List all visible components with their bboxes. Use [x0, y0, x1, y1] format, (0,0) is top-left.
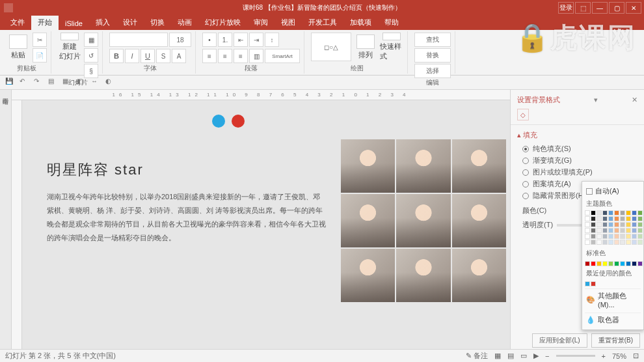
zoom-in-icon[interactable]: + [602, 352, 606, 360]
columns-button[interactable]: ▥ [249, 49, 263, 63]
minimize-button[interactable]: — [592, 2, 608, 14]
color-swatch[interactable] [585, 281, 590, 286]
color-swatch[interactable] [626, 222, 631, 227]
eyedropper[interactable]: 💧 取色器 [585, 313, 641, 327]
color-swatch[interactable] [602, 240, 608, 245]
cut-button[interactable]: ✂ [33, 33, 47, 47]
color-swatch[interactable] [585, 261, 590, 266]
strike-button[interactable]: S [156, 49, 170, 63]
layout-button[interactable]: ▦ [84, 33, 98, 47]
view-normal-icon[interactable]: ▦ [494, 352, 501, 360]
slide-paragraph[interactable]: 湖南卫视今年跨年比较特别，以举办2018国剧盛典来迎接新的一年，邀请了王俊凯、邓… [47, 190, 327, 245]
shapes-gallery[interactable]: ◻○△ [311, 33, 351, 61]
color-swatch[interactable] [626, 228, 631, 233]
color-swatch[interactable] [626, 240, 631, 245]
color-swatch[interactable] [620, 240, 625, 245]
color-swatch[interactable] [608, 222, 613, 227]
color-swatch[interactable] [591, 261, 596, 266]
photo-cell[interactable] [396, 249, 450, 302]
color-swatch[interactable] [597, 228, 602, 233]
align-right-button[interactable]: ≡ [234, 49, 248, 63]
color-swatch[interactable] [614, 261, 619, 266]
bold-button[interactable]: B [109, 49, 124, 63]
color-swatch[interactable] [620, 210, 625, 216]
fill-option[interactable]: 图片或纹理填充(P) [522, 167, 637, 177]
notes-button[interactable]: ✎ 备注 [466, 351, 488, 361]
color-swatch[interactable] [608, 261, 613, 266]
tab-审阅[interactable]: 审阅 [247, 15, 275, 30]
color-swatch[interactable] [585, 234, 590, 239]
color-swatch[interactable] [597, 261, 602, 266]
view-slideshow-icon[interactable]: ▶ [533, 352, 539, 360]
color-swatch[interactable] [597, 240, 602, 245]
quick-style-button[interactable]: 快速样式 [380, 33, 403, 61]
color-swatch[interactable] [597, 216, 602, 221]
color-swatch[interactable] [620, 222, 625, 227]
arrange-button[interactable]: 排列 [354, 33, 377, 61]
color-swatch[interactable] [632, 228, 637, 233]
tab-幻灯片放映[interactable]: 幻灯片放映 [198, 15, 247, 30]
color-swatch[interactable] [602, 216, 608, 221]
photo-cell[interactable] [341, 249, 395, 302]
color-swatch[interactable] [602, 210, 608, 216]
color-swatch[interactable] [591, 222, 596, 227]
color-swatch[interactable] [620, 228, 625, 233]
section-button[interactable]: § [84, 64, 98, 78]
fill-option[interactable]: 纯色填充(S) [522, 144, 637, 154]
color-swatch[interactable] [614, 210, 619, 216]
color-swatch[interactable] [597, 222, 602, 227]
color-swatch[interactable] [597, 210, 602, 216]
color-swatch[interactable] [585, 216, 590, 221]
color-swatch[interactable] [591, 240, 596, 245]
find-button[interactable]: 查找 [414, 33, 451, 47]
indent-inc-button[interactable]: ⇥ [249, 33, 263, 47]
color-swatch[interactable] [614, 240, 619, 245]
photo-grid[interactable] [341, 139, 506, 302]
color-swatch[interactable] [637, 228, 643, 233]
qat-icon[interactable]: ↔ [91, 77, 101, 88]
panel-close-icon[interactable]: ✕ [632, 96, 637, 104]
color-swatch[interactable] [591, 281, 596, 286]
photo-cell[interactable] [452, 194, 506, 247]
color-swatch[interactable] [626, 210, 631, 216]
align-left-button[interactable]: ≡ [202, 49, 217, 63]
color-swatch[interactable] [608, 228, 613, 233]
color-swatch[interactable] [597, 234, 602, 239]
color-swatch[interactable] [591, 234, 596, 239]
zoom-out-icon[interactable]: − [545, 352, 549, 360]
tab-视图[interactable]: 视图 [275, 15, 302, 30]
fit-window-icon[interactable]: ⊡ [633, 352, 639, 360]
save-icon[interactable]: 💾 [5, 77, 16, 88]
linespacing-button[interactable]: ↕ [265, 33, 279, 47]
color-swatch[interactable] [614, 216, 619, 221]
more-colors[interactable]: 🎨 其他颜色(M)... [585, 288, 641, 311]
fill-option[interactable]: 渐变填充(G) [522, 156, 637, 165]
close-button[interactable]: ✕ [626, 2, 641, 14]
indent-dec-button[interactable]: ⇤ [234, 33, 248, 47]
color-swatch[interactable] [585, 222, 590, 227]
panel-dropdown-icon[interactable]: ▾ [594, 96, 598, 104]
color-swatch[interactable] [591, 210, 596, 216]
underline-button[interactable]: U [141, 49, 155, 63]
tab-文件[interactable]: 文件 [4, 15, 31, 30]
color-swatch[interactable] [585, 240, 590, 245]
photo-cell[interactable] [341, 194, 395, 247]
color-swatch[interactable] [608, 210, 613, 216]
font-size-select[interactable]: 18 [169, 33, 191, 47]
replace-button[interactable]: 替换 [414, 48, 451, 63]
apply-all-button[interactable]: 应用到全部(L) [532, 333, 587, 348]
photo-cell[interactable] [396, 194, 450, 247]
color-swatch[interactable] [614, 234, 619, 239]
undo-icon[interactable]: ↶ [20, 77, 30, 88]
qat-icon[interactable]: ▦ [62, 77, 73, 88]
color-swatch[interactable] [626, 261, 631, 266]
color-swatch[interactable] [591, 228, 596, 233]
tab-切换[interactable]: 切换 [144, 15, 171, 30]
tab-动画[interactable]: 动画 [171, 15, 198, 30]
color-swatch[interactable] [620, 216, 625, 221]
qat-icon[interactable]: ▤ [48, 77, 59, 88]
color-swatch[interactable] [585, 228, 590, 233]
color-swatch[interactable] [632, 210, 637, 216]
login-button[interactable]: 登录 [558, 2, 574, 14]
color-swatch[interactable] [632, 261, 637, 266]
